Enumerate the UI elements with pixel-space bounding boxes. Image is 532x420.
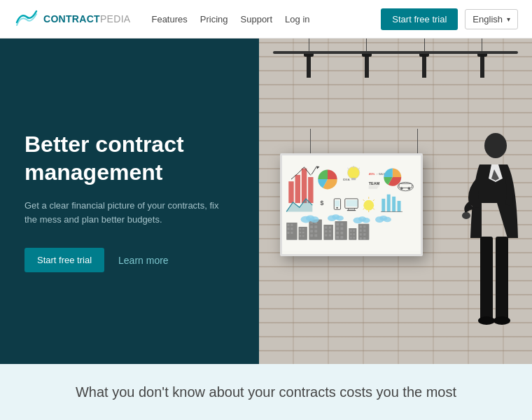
svg-rect-55 [329,227,331,229]
svg-rect-2 [295,175,300,203]
lang-label: English [472,14,503,24]
hero-section: Better contract management Get a clear f… [0,38,532,364]
svg-rect-107 [346,200,358,206]
svg-rect-1 [288,182,293,204]
svg-rect-66 [341,232,344,234]
svg-text:IDEA: IDEA [343,178,350,181]
svg-rect-49 [310,230,313,233]
svg-rect-33 [287,228,289,230]
svg-rect-39 [302,228,304,230]
nav-login[interactable]: Log in [285,14,309,24]
svg-rect-32 [290,224,293,226]
svg-rect-84 [363,237,365,239]
svg-rect-51 [310,234,313,237]
svg-rect-43 [302,235,304,237]
svg-rect-52 [314,234,317,237]
svg-rect-63 [336,227,339,230]
svg-rect-25 [382,199,385,212]
hero-title: Better contract management [24,130,231,186]
svg-rect-83 [360,237,362,239]
person-silhouette [455,126,525,364]
bottom-tagline: What you don't know about your contracts… [76,383,456,401]
whiteboard-wrapper: IDEA 45% ↑ SALE! [280,153,448,255]
whiteboard-drawing: IDEA 45% ↑ SALE! [282,155,421,251]
svg-rect-80 [363,230,365,232]
svg-rect-36 [290,232,293,234]
svg-rect-65 [336,232,339,234]
logo[interactable]: CONTRACTPEDIA [14,7,130,31]
spotlight-rail [273,51,518,54]
svg-rect-82 [363,234,365,236]
svg-rect-77 [360,226,362,228]
logo-icon [14,7,39,31]
svg-rect-75 [353,237,354,239]
svg-rect-27 [392,197,396,212]
svg-point-118 [493,316,510,325]
svg-rect-61 [336,223,339,226]
svg-rect-48 [314,226,317,229]
svg-rect-34 [290,228,293,230]
wire-left [310,129,311,155]
svg-rect-9 [351,178,356,181]
svg-point-109 [336,207,337,209]
svg-rect-58 [325,234,327,237]
hero-image-panel: IDEA 45% ↑ SALE! [259,38,532,364]
svg-point-8 [347,167,359,179]
svg-point-19 [400,188,403,190]
learn-more-link[interactable]: Learn more [118,255,169,266]
svg-rect-116 [496,237,508,321]
svg-rect-79 [360,230,362,232]
svg-rect-110 [335,201,340,207]
svg-text:TEAM: TEAM [369,182,380,186]
header-cta-button[interactable]: Start free trial [381,8,458,30]
svg-rect-35 [287,232,289,234]
nav-pricing[interactable]: Pricing [200,14,228,24]
svg-rect-4 [308,177,313,203]
whiteboard-container: IDEA 45% ↑ SALE! [280,66,448,343]
svg-text:$: $ [320,200,323,207]
svg-rect-71 [353,230,354,232]
svg-point-90 [336,216,344,220]
svg-rect-72 [350,234,351,235]
svg-rect-64 [341,227,344,230]
svg-rect-50 [314,230,317,233]
nav-support[interactable]: Support [241,14,273,24]
whiteboard: IDEA 45% ↑ SALE! [280,153,423,255]
svg-rect-40 [300,232,301,233]
hero-subtitle: Get a clear financial picture of your co… [24,199,220,227]
svg-point-113 [484,133,507,158]
logo-text: CONTRACTPEDIA [43,13,130,24]
svg-rect-69 [349,228,356,240]
svg-rect-106 [347,210,356,211]
svg-rect-67 [336,237,339,239]
svg-rect-42 [300,235,301,237]
svg-rect-78 [363,226,365,228]
header: CONTRACTPEDIA Features Pricing Support L… [0,0,532,38]
main-nav: Features Pricing Support Log in [151,14,309,24]
svg-rect-115 [480,237,493,321]
svg-rect-81 [360,234,362,236]
svg-text:45%: 45% [369,172,375,176]
svg-rect-26 [387,195,391,212]
language-selector[interactable]: English ▾ [465,9,518,29]
svg-rect-70 [350,230,351,232]
svg-rect-41 [302,232,304,233]
nav-features[interactable]: Features [151,14,187,24]
svg-rect-68 [341,237,344,239]
svg-rect-31 [287,224,289,226]
svg-point-114 [462,212,470,219]
hero-cta-button[interactable]: Start free trial [24,248,104,272]
svg-rect-73 [353,234,354,235]
svg-point-87 [310,217,318,223]
header-right: Start free trial English ▾ [381,8,518,30]
svg-rect-62 [341,223,344,226]
svg-rect-59 [329,234,331,237]
svg-point-96 [384,217,391,222]
svg-point-97 [363,200,374,211]
svg-rect-28 [398,201,401,211]
hero-actions: Start free trial Learn more [24,248,231,272]
header-left: CONTRACTPEDIA Features Pricing Support L… [14,7,310,31]
svg-rect-56 [325,230,327,232]
hero-left-panel: Better contract management Get a clear f… [0,38,259,364]
wire-right [417,129,418,155]
